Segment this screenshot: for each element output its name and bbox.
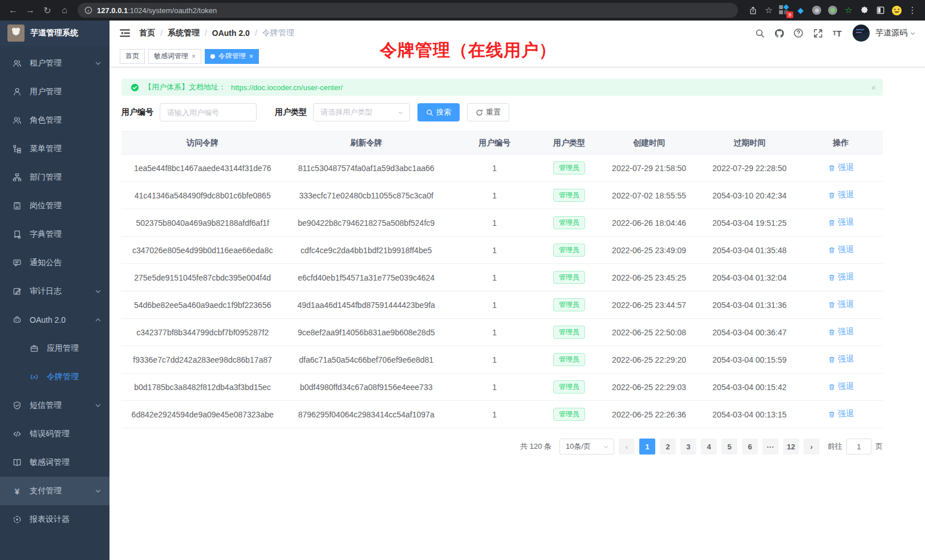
goto-page-input[interactable] [846,439,871,455]
puzzle-extension-icon[interactable] [858,3,871,17]
force-logout-button[interactable]: 强退 [828,272,854,282]
page-button-12[interactable]: 12 [783,439,799,455]
sidebar-item-app[interactable]: 应用管理 [0,334,109,363]
search-icon[interactable] [751,25,768,42]
page-size-select[interactable]: 10条/页 [559,439,614,455]
forward-icon[interactable]: → [23,3,38,18]
tab-令牌管理[interactable]: 令牌管理× [205,49,259,64]
sidebar-item-menu[interactable]: 菜单管理 [0,135,109,163]
bookmark-star-icon[interactable]: ☆ [762,3,776,17]
force-logout-label: 强退 [838,245,854,255]
user-id-cell: 1 [449,182,540,209]
sidebar-item-dict[interactable]: 字典管理 [0,220,109,249]
breadcrumb-separator: / [205,29,207,38]
user-type-select[interactable]: 请选择用户类型 [313,103,410,121]
more-pages-button[interactable]: ··· [762,439,778,455]
reload-icon[interactable]: ↻ [40,3,55,18]
star-extension-icon[interactable]: ☆ [842,3,855,17]
expire-time-cell: 2054-03-04 01:35:48 [700,237,800,264]
breadcrumb: 首页/系统管理/OAuth 2.0/令牌管理 [139,28,294,38]
force-logout-button[interactable]: 强退 [828,299,854,310]
user-type-cell: 管理员 [540,374,598,401]
sidebar-item-dept[interactable]: 部门管理 [0,163,109,192]
sidebar-item-oauth[interactable]: OAuth 2.0 [0,306,109,334]
gem-extension-icon[interactable]: ◆ [794,3,808,17]
force-logout-button[interactable]: 强退 [828,327,854,337]
force-logout-button[interactable]: 强退 [828,245,854,255]
created-time-cell: 2022-06-25 22:26:36 [598,401,700,428]
sidebar-item-label: 支付管理 [30,486,95,496]
action-cell: 强退 [799,209,883,237]
username[interactable]: 芋道源码 [875,28,907,38]
post-icon [13,201,22,210]
page-info-icon[interactable] [84,6,92,14]
sidebar-item-audit[interactable]: 审计日志 [0,277,109,306]
force-logout-button[interactable]: 强退 [828,163,854,173]
goto-suffix: 页 [875,441,883,452]
screen: ← → ↻ ⌂ 127.0.0.1:1024/system/oauth2/tok… [0,0,925,560]
tab-首页[interactable]: 首页 [120,49,145,64]
force-logout-button[interactable]: 强退 [828,190,854,200]
tab-close-icon[interactable]: × [192,52,196,60]
profile-emoji-icon[interactable] [890,3,903,17]
app-logo[interactable]: 芋道管理系统 [0,21,109,46]
sidebar-item-tenant[interactable]: 租户管理 [0,49,109,78]
browser-menu-icon[interactable]: ⋮ [906,3,919,17]
table-row: b0d1785bc3a8482f812db4a3f3bd15ecb0df4980… [121,374,883,401]
sidebar-item-post[interactable]: 岗位管理 [0,192,109,220]
sidebar-item-label: 租户管理 [30,58,95,68]
home-icon[interactable]: ⌂ [57,3,72,18]
page-button-6[interactable]: 6 [742,439,758,455]
page-button-4[interactable]: 4 [701,439,717,455]
knob-extension-icon[interactable] [810,3,823,17]
font-size-icon[interactable]: TT [829,25,846,42]
share-icon[interactable] [746,3,760,17]
tab-敏感词管理[interactable]: 敏感词管理× [148,49,201,64]
force-logout-button[interactable]: 强退 [828,354,854,364]
extensions-icon[interactable]: 9 [778,3,792,17]
sidebar-item-notice[interactable]: 通知公告 [0,249,109,277]
search-button[interactable]: 搜索 [417,103,460,121]
page-button-3[interactable]: 3 [680,439,696,455]
force-logout-button[interactable]: 强退 [828,382,854,392]
address-bar[interactable]: 127.0.0.1:1024/system/oauth2/token [78,3,738,18]
prev-page-button[interactable]: ‹ [619,439,635,455]
page-button-1[interactable]: 1 [639,439,655,455]
user-caret-icon[interactable] [910,30,916,36]
sidebar-item-label: 菜单管理 [30,144,105,154]
next-page-button[interactable]: › [804,439,819,455]
sidebar-item-token[interactable]: A令牌管理 [0,363,109,391]
sidebar-item-role[interactable]: 角色管理 [0,106,109,135]
breadcrumb-item[interactable]: 首页 [139,28,155,38]
force-logout-button[interactable]: 强退 [828,217,854,228]
reset-button[interactable]: 重置 [467,103,509,121]
alert-close-icon[interactable]: × [871,83,876,92]
help-icon[interactable] [790,25,807,42]
sidebar-item-errcode[interactable]: 错误码管理 [0,420,109,448]
force-logout-button[interactable]: 强退 [828,409,854,419]
sidebar-item-user[interactable]: 用户管理 [0,78,109,106]
sidebar-fold-icon[interactable] [120,29,130,38]
breadcrumb-item[interactable]: OAuth 2.0 [212,29,250,38]
breadcrumb-item[interactable]: 系统管理 [168,28,200,38]
sidebar-item-report[interactable]: 报表设计器 [0,505,109,534]
sidebar-item-sms[interactable]: 短信管理 [0,391,109,420]
fullscreen-icon[interactable] [809,25,826,42]
tenant-icon [13,59,22,68]
page-button-2[interactable]: 2 [660,439,676,455]
page-button-5[interactable]: 5 [721,439,737,455]
back-icon[interactable]: ← [6,3,21,18]
alert-doc-link[interactable]: https://doc.iocoder.cn/user-center/ [231,83,343,92]
tab-close-icon[interactable]: × [249,52,253,60]
avatar[interactable] [853,25,870,42]
column-header: 用户类型 [540,132,598,155]
refresh-token-cell: be90422b8c7946218275a508bf524fc9 [283,209,449,237]
url-host: 127.0.0.1 [97,6,128,15]
user-id-input[interactable] [160,103,257,121]
refresh-token-cell: 8796295f04064c2983414cc54af1097a [283,401,449,428]
github-icon[interactable] [770,25,788,42]
sidebar-item-sensitive[interactable]: 敏感词管理 [0,448,109,477]
sidebar-item-pay[interactable]: ¥支付管理 [0,477,109,505]
split-screen-extension-icon[interactable] [874,3,887,17]
green-dot-extension-icon[interactable] [826,3,839,17]
